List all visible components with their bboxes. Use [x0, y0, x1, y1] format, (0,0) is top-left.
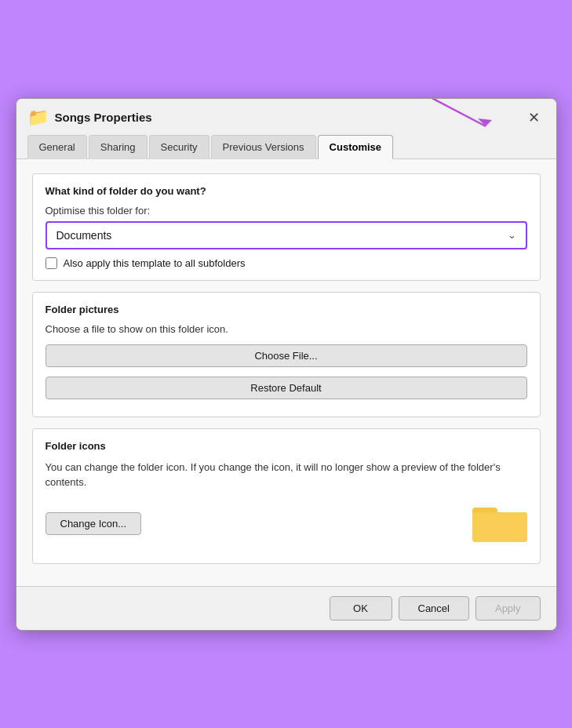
chevron-down-icon: ⌄ [508, 229, 516, 241]
tab-sharing[interactable]: Sharing [89, 135, 148, 159]
tab-customise[interactable]: Customise [318, 135, 393, 159]
dialog-footer: OK Cancel Apply [16, 586, 556, 630]
songs-properties-dialog: 📁 Songs Properties ✕ General Sharing Sec… [16, 98, 557, 631]
folder-svg-icon [472, 501, 527, 544]
apply-button[interactable]: Apply [475, 596, 541, 621]
restore-default-button[interactable]: Restore Default [46, 377, 527, 399]
folder-preview-icon [472, 501, 527, 552]
close-button[interactable]: ✕ [523, 107, 545, 129]
folder-pictures-buttons: Choose File... Restore Default [46, 344, 527, 406]
folder-type-section: What kind of folder do you want? Optimis… [32, 173, 541, 281]
folder-icons-title: Folder icons [46, 440, 527, 452]
folder-type-dropdown[interactable]: Documents ⌄ [46, 221, 527, 249]
tab-general[interactable]: General [27, 135, 87, 159]
folder-pictures-title: Folder pictures [46, 304, 527, 315]
title-bar: 📁 Songs Properties ✕ [16, 99, 556, 129]
folder-icons-desc: You can change the folder icon. If you c… [46, 460, 527, 490]
folder-icons-section: Folder icons You can change the folder i… [32, 428, 541, 564]
svg-rect-4 [472, 512, 527, 542]
folder-pictures-desc: Choose a file to show on this folder ico… [46, 323, 527, 335]
apply-to-subfolders-row: Also apply this template to all subfolde… [46, 257, 527, 269]
choose-file-button[interactable]: Choose File... [46, 344, 527, 367]
ok-button[interactable]: OK [330, 596, 392, 621]
folder-icons-row: Change Icon... [46, 501, 527, 552]
dropdown-value: Documents [56, 229, 112, 242]
tab-security[interactable]: Security [149, 135, 209, 159]
change-icon-button[interactable]: Change Icon... [46, 512, 142, 535]
apply-subfolders-label[interactable]: Also apply this template to all subfolde… [64, 257, 246, 269]
folder-type-title: What kind of folder do you want? [46, 185, 527, 197]
tab-previous-versions[interactable]: Previous Versions [211, 135, 316, 159]
optimise-label: Optimise this folder for: [46, 205, 527, 217]
apply-subfolders-checkbox[interactable] [46, 257, 57, 269]
folder-icon: 📁 [27, 107, 49, 128]
tab-bar: General Sharing Security Previous Versio… [16, 129, 556, 159]
cancel-button[interactable]: Cancel [399, 596, 469, 621]
tab-content: What kind of folder do you want? Optimis… [16, 159, 556, 586]
title-bar-left: 📁 Songs Properties [27, 107, 152, 128]
dialog-title: Songs Properties [55, 111, 152, 124]
folder-pictures-section: Folder pictures Choose a file to show on… [32, 292, 541, 417]
